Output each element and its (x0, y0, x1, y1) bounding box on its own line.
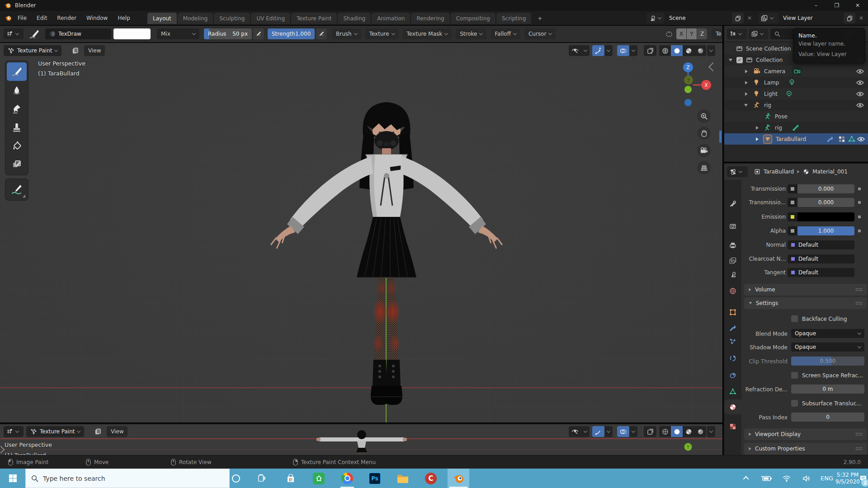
decorator-dot[interactable] (858, 201, 861, 204)
shading-dropdown[interactable] (707, 45, 715, 56)
socket[interactable] (788, 226, 797, 235)
tool-fill[interactable] (7, 136, 27, 155)
menu-help[interactable]: Help (113, 12, 135, 24)
wrench-icon[interactable] (826, 136, 834, 143)
collection-checkbox[interactable]: ✓ (736, 57, 743, 63)
shading-material-button-2[interactable] (683, 426, 694, 437)
file-explorer-button[interactable] (392, 469, 413, 488)
add-workspace-button[interactable]: + (532, 13, 547, 24)
shading-solid-button[interactable] (671, 45, 683, 56)
shading-material-button[interactable] (683, 45, 694, 56)
microsoft-store-button[interactable] (280, 469, 301, 488)
outliner-row-pose[interactable]: Pose (724, 111, 868, 122)
decorator-dot[interactable] (858, 188, 861, 190)
zoom-button[interactable] (697, 109, 711, 123)
tool-soften[interactable] (7, 81, 27, 99)
emission-color-swatch[interactable] (797, 212, 854, 221)
outliner-row-lamp[interactable]: Lamp (724, 77, 868, 88)
tab-object[interactable] (724, 305, 741, 319)
drag-grip-icon[interactable] (855, 447, 863, 451)
cortana-button[interactable] (226, 469, 246, 488)
outliner-row-tarabullard[interactable]: TaraBullard (724, 133, 868, 145)
brush-color-swatch[interactable] (113, 28, 151, 39)
hide-eye-icon[interactable] (856, 80, 864, 85)
y-axis-gizmo-ball[interactable]: Y (684, 442, 693, 451)
socket[interactable] (788, 212, 797, 221)
hide-eye-icon[interactable] (856, 91, 864, 97)
tray-chevron-up[interactable] (740, 469, 753, 488)
shading-dropdown-2[interactable] (707, 426, 715, 437)
ccleaner-button[interactable]: C (420, 469, 441, 488)
orthographic-toggle-button[interactable] (697, 161, 711, 174)
workspace-tab-animation[interactable]: Animation (372, 13, 410, 24)
overlays-dropdown[interactable] (629, 45, 637, 56)
outliner-editor-type-button[interactable] (727, 28, 747, 39)
start-button[interactable] (0, 469, 25, 488)
tab-tool[interactable] (724, 197, 741, 211)
drag-grip-icon[interactable] (855, 288, 863, 292)
popover-cursor[interactable]: Cursor (524, 28, 556, 39)
sticky-app-button[interactable] (308, 469, 329, 488)
drag-grip-icon[interactable] (855, 432, 863, 436)
volume-icon[interactable] (797, 469, 816, 488)
workspace-tab-scripting[interactable]: Scripting (496, 13, 531, 24)
workspace-tab-rendering[interactable]: Rendering (411, 13, 449, 24)
expand-arrow-icon[interactable] (729, 59, 732, 61)
tool-annotate[interactable] (7, 180, 27, 199)
region-expand-arrow[interactable] (0, 446, 5, 454)
expand-arrow-icon[interactable] (745, 81, 748, 84)
maximize-button[interactable]: ❐ (826, 0, 847, 11)
view-layer-copy-button[interactable] (844, 13, 855, 23)
shading-wireframe-button-2[interactable] (659, 426, 671, 437)
hide-eye-icon[interactable] (857, 136, 865, 142)
overlays-toggle[interactable] (617, 45, 629, 56)
tool-draw[interactable] (7, 62, 27, 81)
outliner-row-rig-data[interactable]: rig (724, 122, 868, 133)
tab-output[interactable] (724, 238, 741, 253)
popover-texture[interactable]: Texture (365, 28, 399, 39)
section-volume[interactable]: Volume (744, 284, 867, 296)
hide-eye-icon[interactable] (856, 69, 864, 74)
workspace-tab-texture-paint[interactable]: Texture Paint (291, 13, 337, 24)
pass-index-field[interactable]: 0 (791, 413, 864, 422)
view-menu[interactable]: View (84, 45, 105, 56)
object-visibility-dropdown[interactable] (569, 45, 590, 56)
wifi-icon[interactable] (778, 469, 796, 488)
tab-texture[interactable] (724, 419, 741, 434)
menu-render[interactable]: Render (52, 12, 81, 24)
image-mask-button-2[interactable] (91, 426, 104, 437)
blender-menu-icon[interactable] (4, 14, 13, 22)
mirror-x-toggle[interactable]: X (676, 28, 686, 39)
mesh-data-icon[interactable] (848, 136, 855, 142)
object-visibility-dropdown-2[interactable] (569, 426, 590, 437)
strength-slider[interactable]: Strength 1.000 (268, 28, 315, 39)
modifier-grid-icon[interactable] (838, 136, 845, 143)
viewport-bottom[interactable]: Y Texture Paint View User Perspective (1 (0, 423, 722, 455)
gizmo-toggle-2[interactable] (592, 426, 604, 437)
scene-icon-button[interactable] (646, 13, 665, 23)
view-menu-2[interactable]: View (107, 426, 127, 437)
shading-rendered-button[interactable] (694, 45, 706, 56)
viewport-scrollbar[interactable] (719, 131, 722, 143)
properties-editor-type-button[interactable] (727, 166, 748, 177)
bone-icon[interactable] (792, 124, 799, 131)
editor-type-button-2[interactable] (4, 426, 24, 437)
view-layer-name-field[interactable]: View Layer (779, 13, 842, 23)
subsurface-translucency-checkbox[interactable] (791, 400, 798, 407)
popover-texture-mask[interactable]: Texture Mask (403, 28, 452, 39)
outliner-row-rig[interactable]: rig (724, 99, 868, 111)
tab-world[interactable] (724, 284, 741, 298)
local-view-button[interactable] (644, 45, 656, 56)
socket[interactable] (788, 184, 797, 193)
tangent-field[interactable]: Default (788, 268, 854, 277)
minimize-button[interactable]: – (806, 0, 826, 11)
section-custom-properties[interactable]: Custom Properties (744, 443, 867, 455)
normal-field[interactable]: Default (788, 240, 854, 249)
radius-pressure-toggle[interactable] (253, 28, 264, 39)
drag-grip-icon[interactable] (855, 301, 863, 305)
tab-render[interactable] (724, 219, 741, 234)
tab-view-layer[interactable] (724, 253, 741, 268)
clearcoat-normal-field[interactable]: Default (788, 254, 854, 263)
section-viewport-display[interactable]: Viewport Display (744, 428, 867, 440)
gizmo-toggle[interactable] (592, 45, 604, 56)
